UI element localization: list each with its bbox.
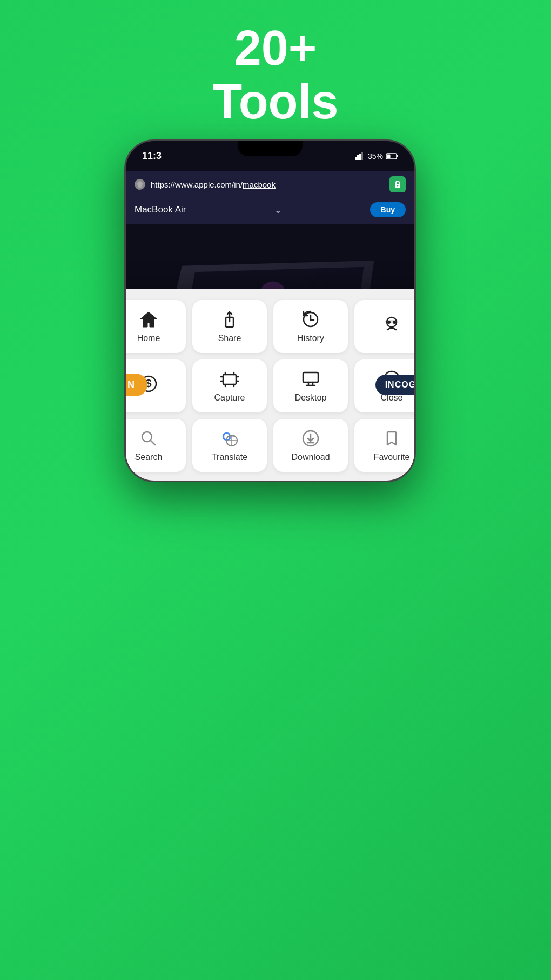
- tool-incognito[interactable]: [354, 300, 416, 353]
- tool-download[interactable]: Download: [273, 419, 348, 472]
- earn-badge[interactable]: EARN: [124, 374, 147, 396]
- nav-title: MacBook Air: [135, 204, 186, 215]
- svg-rect-16: [385, 320, 398, 323]
- tool-search-label: Search: [135, 452, 163, 462]
- header-line1: 20+: [212, 22, 338, 75]
- svg-rect-2: [359, 154, 361, 160]
- phone-status-bar: 11:3 35%: [126, 141, 414, 171]
- search-icon: [139, 429, 158, 448]
- tool-desktop[interactable]: Desktop: [273, 359, 348, 412]
- history-icon: [301, 310, 320, 329]
- buy-button[interactable]: Buy: [370, 202, 406, 217]
- capture-icon: [220, 369, 239, 389]
- incognito-icon: [382, 315, 401, 334]
- url-underlined: macbook: [243, 180, 276, 189]
- tool-home[interactable]: Home: [124, 300, 186, 353]
- phone-body: 11:3 35%: [124, 139, 416, 482]
- tools-grid: Home Share: [124, 300, 416, 472]
- battery-icon: [386, 152, 398, 160]
- tool-capture-label: Capture: [214, 393, 245, 403]
- svg-rect-19: [223, 375, 236, 384]
- lock-icon: [389, 176, 406, 192]
- home-icon: [139, 310, 158, 329]
- svg-rect-3: [361, 152, 363, 160]
- share-icon: [220, 310, 239, 329]
- svg-rect-20: [303, 372, 318, 382]
- tool-translate-label: Translate: [212, 452, 247, 462]
- tool-share[interactable]: Share: [192, 300, 267, 353]
- header-line2: Tools: [212, 75, 338, 129]
- desktop-icon: [301, 369, 320, 389]
- url-bar[interactable]: https://www.apple.com/in/macbook: [126, 171, 414, 198]
- favourite-icon: [382, 429, 401, 448]
- phone-notch: [238, 141, 303, 156]
- phone-time: 11:3: [142, 150, 162, 162]
- apple-logo-icon: [135, 179, 145, 190]
- tool-share-label: Share: [218, 334, 241, 343]
- tool-translate[interactable]: G Translate: [192, 419, 267, 472]
- tool-capture[interactable]: Capture: [192, 359, 267, 412]
- download-icon: [301, 429, 320, 448]
- svg-rect-0: [355, 157, 357, 160]
- phone-nav-bar: MacBook Air ⌄ Buy: [126, 198, 414, 224]
- svg-point-8: [397, 185, 399, 187]
- translate-icon: G: [220, 429, 239, 448]
- tool-favourite-label: Favourite: [374, 452, 410, 462]
- tool-history-label: History: [297, 334, 324, 343]
- header-section: 20+ Tools: [212, 22, 338, 129]
- phone-status-icons: 35%: [355, 152, 398, 161]
- tool-search[interactable]: Search: [124, 419, 186, 472]
- tool-download-label: Download: [291, 452, 330, 462]
- svg-rect-5: [387, 154, 391, 158]
- svg-rect-1: [357, 155, 359, 160]
- tool-desktop-label: Desktop: [295, 393, 327, 403]
- tool-home-label: Home: [137, 334, 160, 343]
- battery-text: 35%: [368, 152, 383, 161]
- signal-icon: [355, 152, 365, 160]
- incognito-badge[interactable]: INCOGNITO: [375, 375, 416, 395]
- url-text: https://www.apple.com/in/macbook: [151, 180, 384, 189]
- tool-history[interactable]: History: [273, 300, 348, 353]
- tool-favourite[interactable]: Favourite: [354, 419, 416, 472]
- svg-rect-6: [397, 155, 398, 157]
- nav-chevron-icon: ⌄: [274, 205, 281, 215]
- phone-mockup: 11:3 35%: [124, 139, 427, 482]
- tools-panel: INCOGNITO EARN Home Share: [124, 289, 416, 481]
